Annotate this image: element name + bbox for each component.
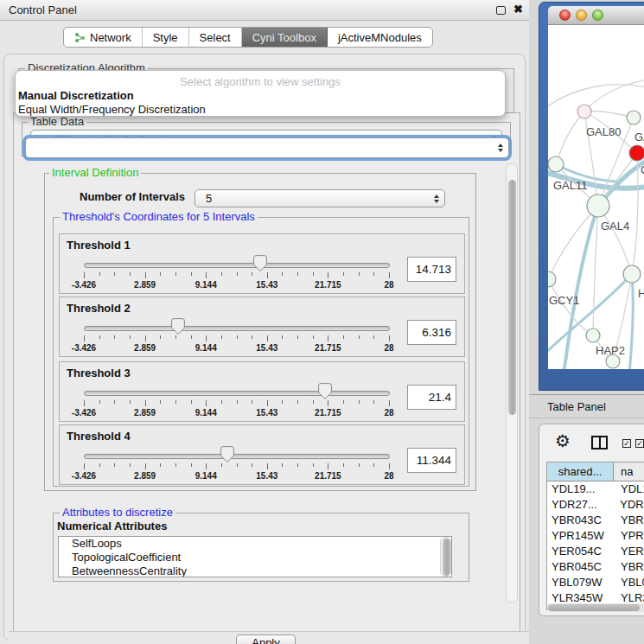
threshold-label: Threshold 1 [67,239,131,252]
network-node[interactable] [548,271,556,287]
tab-style[interactable]: Style [143,28,189,47]
tab-cyni-toolbox[interactable]: Cyni Toolbox [242,28,328,47]
apply-button[interactable]: Apply [236,634,296,644]
tab-select[interactable]: Select [189,28,242,47]
table-cell[interactable]: YBR045C [547,559,614,575]
table-row[interactable]: YER054CYER0 [547,544,644,559]
float-window-icon[interactable] [496,6,506,15]
attribute-list-item[interactable]: TopologicalCoefficient [59,551,451,564]
table-cell[interactable]: YDR27... [547,497,613,513]
close-traffic-light-icon[interactable] [559,10,571,21]
gear-icon[interactable]: ⚙ [555,430,571,451]
table-row[interactable]: YPR145WYPR1 [547,528,644,544]
tab-jactivemnodules[interactable]: jActiveMNodules [328,28,432,47]
group-title: Interval Definition [49,167,141,179]
network-node[interactable] [548,156,564,172]
slider-track[interactable] [84,454,390,459]
network-node[interactable] [577,105,591,118]
network-canvas[interactable]: GAL80GAGAL11CGAL4GCY1HHAP2 [548,25,644,369]
tab-label: Cyni Toolbox [252,31,316,44]
zoom-traffic-light-icon[interactable] [592,10,603,21]
num-intervals-combobox[interactable]: 5 [194,189,445,207]
threshold-coordinates-group: Threshold 1 -3.4262.8599.14415.4321.7152… [53,217,469,487]
attribute-list-item[interactable]: SelfLoops [59,537,451,551]
list-scrollbar[interactable] [440,537,451,577]
table-cell[interactable]: YDL19... [547,481,614,497]
table-cell[interactable]: YER0 [614,544,644,559]
scrollbar-thumb[interactable] [548,604,640,611]
vertical-scrollbar[interactable] [506,163,518,603]
network-node[interactable] [586,328,600,342]
network-node-label: GAL80 [586,125,621,138]
application-window: Control Panel ✖ Network Style Select Cyn… [0,0,644,644]
table-cell[interactable]: YBR0 [614,559,644,575]
table-cell[interactable]: YER054C [547,544,614,559]
table-cell[interactable]: YPR145W [547,528,614,544]
slider-track[interactable] [84,391,390,396]
control-panel-tabbar: Network Style Select Cyni Toolbox jActiv… [63,27,433,48]
close-icon[interactable]: ✖ [513,3,523,16]
table-cell[interactable]: YPR1 [614,528,644,544]
algorithm-combobox[interactable] [25,137,509,158]
network-node-label: GCY1 [549,294,579,307]
menu-item-manual-discretization[interactable]: Manual Discretization [18,89,134,102]
network-node-label: GA [634,131,644,143]
tab-label: Select [200,31,231,44]
split-columns-icon[interactable] [591,436,608,450]
network-view-window[interactable]: GAL80GAGAL11CGAL4GCY1HHAP2 [539,2,644,391]
numerical-attributes-label: Numerical Attributes [54,520,169,532]
network-node[interactable] [623,265,641,283]
table-row[interactable]: YDL19...YDL1 [547,481,644,497]
group-title: Threshold's Coordinates for 5 Intervals [60,211,258,223]
table-row[interactable]: YDR27...YDR2 [547,497,644,513]
network-node[interactable] [627,111,641,124]
slider-handle[interactable] [220,446,234,462]
scrollbar-thumb[interactable] [508,180,516,415]
slider-handle[interactable] [253,255,267,271]
table-cell[interactable]: YDR2 [613,497,644,513]
table-cell[interactable]: YBR0 [614,513,644,528]
network-edge[interactable] [548,85,644,110]
bottom-bar: Apply Impute Data Discretize Data Infer … [9,631,529,644]
scrollbar-thumb[interactable] [443,539,450,576]
threshold-value-field[interactable]: 21.4 [407,385,456,410]
network-edge[interactable] [584,79,644,112]
network-node[interactable] [587,194,609,217]
slider-track[interactable] [84,263,390,268]
network-edge[interactable] [556,112,584,164]
slider-track[interactable] [84,326,390,331]
tab-network[interactable]: Network [64,28,143,47]
checkbox-icon[interactable]: ✓ [622,439,631,448]
panel-title: Table Panel [547,400,606,413]
threshold-value-field[interactable]: 6.316 [407,320,456,345]
slider-handle[interactable] [318,383,332,399]
table-cell[interactable]: YBL0 [614,575,644,590]
network-node[interactable] [629,145,644,161]
column-header-shared-name[interactable]: shared... [547,462,614,481]
threshold-value-field[interactable]: 11.344 [407,448,456,473]
column-header-name[interactable]: na [614,462,644,481]
network-window-titlebar[interactable] [548,6,644,25]
control-panel: Control Panel ✖ Network Style Select Cyn… [0,0,529,644]
minimize-traffic-light-icon[interactable] [576,10,587,21]
table-cell[interactable]: YBL079W [547,575,614,590]
attribute-list-item[interactable]: BetweennessCentrality [59,564,451,577]
tab-label: Network [90,31,131,44]
table-cell[interactable]: YDL1 [614,481,644,497]
network-edge[interactable] [548,274,632,355]
table-header-row: shared... na [547,462,644,481]
numerical-attributes-list[interactable]: SelfLoopsTopologicalCoefficientBetweenne… [58,536,452,577]
num-intervals-label: Number of Intervals [77,191,188,203]
slider-handle[interactable] [171,318,185,335]
group-title: Attributes to discretize [60,507,175,519]
table-row[interactable]: YBR045CYBR0 [547,559,644,575]
table-cell[interactable]: YBR043C [547,513,614,528]
horizontal-scrollbar[interactable] [547,603,644,612]
table-row[interactable]: YBR043CYBR0 [547,513,644,528]
network-edge[interactable] [564,206,598,369]
table-row[interactable]: YBL079WYBL0 [547,575,644,590]
network-edge[interactable] [548,206,598,279]
menu-item-equal-width-frequency[interactable]: Equal Width/Frequency Discretization [18,103,206,116]
threshold-value-field[interactable]: 14.713 [407,257,456,282]
checkbox-icon[interactable]: ✓ [635,439,644,448]
